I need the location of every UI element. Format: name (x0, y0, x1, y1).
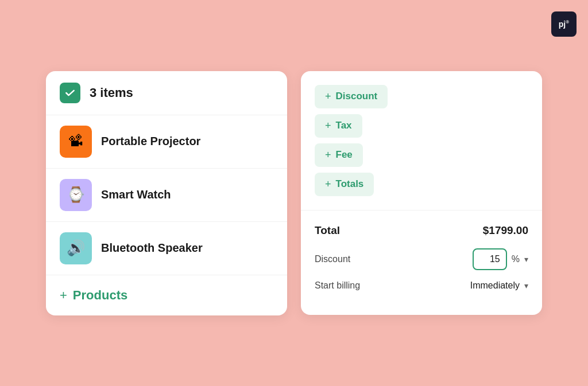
total-label: Total (315, 224, 340, 237)
product-image-watch: ⌚ (60, 179, 92, 211)
right-bottom: Total $1799.00 Discount % ▾ Start billin… (301, 210, 542, 315)
percent-label: % (512, 254, 520, 264)
product-row-3: 🔊 Bluetooth Speaker (46, 222, 287, 275)
fee-tag-button[interactable]: + Fee (315, 143, 363, 167)
add-products-label: Products (73, 288, 127, 303)
discount-tag-label: Discount (336, 91, 378, 102)
fee-plus-icon: + (325, 149, 331, 161)
billing-value: Immediately (470, 280, 520, 291)
items-count-label: 3 items (90, 85, 133, 100)
logo-text: pj® (559, 20, 569, 29)
product-image-projector: 📽 (60, 126, 92, 158)
totals-tag-button[interactable]: + Totals (315, 173, 374, 196)
billing-dropdown-arrow[interactable]: ▾ (524, 281, 528, 290)
discount-field-row: Discount % ▾ (315, 248, 528, 270)
total-row: Total $1799.00 (315, 224, 528, 237)
fee-tag-label: Fee (336, 149, 353, 161)
totals-plus-icon: + (325, 178, 331, 190)
left-card: 3 items 📽 Portable Projector ⌚ Smart Wat… (46, 71, 287, 315)
discount-tag-button[interactable]: + Discount (315, 85, 388, 108)
product-name-3: Bluetooth Speaker (101, 241, 203, 255)
right-top: + Discount + Tax + Fee + Totals (301, 71, 542, 210)
product-row-2: ⌚ Smart Watch (46, 169, 287, 222)
discount-input[interactable] (473, 248, 507, 270)
product-row-1: 📽 Portable Projector (46, 115, 287, 169)
discount-dropdown-arrow[interactable]: ▾ (524, 255, 528, 264)
header-row: 3 items (46, 71, 287, 115)
tag-buttons: + Discount + Tax + Fee + Totals (315, 85, 528, 196)
product-name-1: Portable Projector (101, 135, 200, 148)
total-amount: $1799.00 (483, 224, 528, 237)
tax-plus-icon: + (325, 120, 331, 132)
tax-tag-label: Tax (336, 120, 352, 131)
discount-field-label: Discount (315, 254, 350, 264)
product-name-2: Smart Watch (101, 188, 171, 201)
billing-dropdown[interactable]: Immediately ▾ (470, 280, 528, 291)
billing-field-label: Start billing (315, 280, 360, 291)
plus-icon: + (60, 288, 67, 303)
totals-tag-label: Totals (336, 178, 364, 190)
billing-field-row: Start billing Immediately ▾ (315, 280, 528, 291)
product-image-speaker: 🔊 (60, 232, 92, 264)
discount-plus-icon: + (325, 91, 331, 103)
discount-field-right: % ▾ (473, 248, 528, 270)
tax-tag-button[interactable]: + Tax (315, 114, 362, 138)
add-products-row[interactable]: + Products (46, 275, 287, 315)
main-container: 3 items 📽 Portable Projector ⌚ Smart Wat… (46, 71, 542, 315)
right-card: + Discount + Tax + Fee + Totals (301, 71, 542, 315)
checkbox-icon (60, 83, 80, 103)
logo-badge: pj® (551, 11, 577, 37)
